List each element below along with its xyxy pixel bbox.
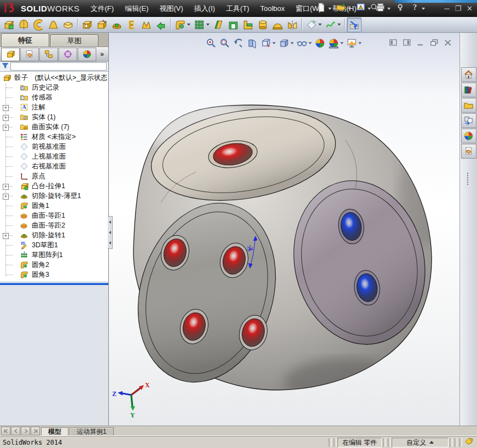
manager-overflow-chevron[interactable]: » [100,50,104,58]
tree-item[interactable]: 历史记录 [0,83,108,92]
display-style-dropdown-caret[interactable] [290,42,294,44]
tree-item[interactable]: 圆角3 [0,270,108,280]
reference-geometry-dropdown-caret[interactable] [318,24,322,26]
tree-item[interactable]: +切除-旋转1 [0,230,108,240]
rollback-bar[interactable] [0,283,108,285]
tree-expander-plus[interactable]: + [3,105,9,111]
tree-item[interactable]: 材质 <未指定> [0,132,108,142]
dimxpert-manager-tab[interactable] [59,48,77,61]
swept-cut-button[interactable] [124,18,139,32]
appearances-scenes-button[interactable] [461,129,476,143]
solidworks-resources-button[interactable] [461,67,476,82]
tree-expander-plus[interactable]: + [3,125,9,131]
swept-boss-button[interactable] [31,18,46,32]
tree-item[interactable]: 3D3D草图1 [0,240,108,250]
tree-item[interactable]: +凸台-拉伸1 [0,181,108,191]
property-manager-tab[interactable] [20,48,39,61]
status-custom-dropdown[interactable]: 自定义 [392,438,449,447]
mirror-button[interactable] [285,18,300,32]
boundary-boss-button[interactable] [61,18,75,32]
fillet-dropdown-caret[interactable] [187,24,190,26]
extruded-cut-button[interactable] [80,18,95,32]
open-document-dropdown-caret[interactable] [348,8,351,10]
revolved-boss-button[interactable] [16,18,31,32]
nav-first-button[interactable] [1,427,10,435]
extruded-boss-button[interactable] [2,18,16,32]
reference-geometry-button[interactable] [304,18,323,32]
file-explorer-button[interactable] [461,98,476,113]
dome-button[interactable] [270,18,285,32]
fillet-button[interactable] [173,18,192,32]
menu-插入(I)[interactable]: 插入(I) [189,0,220,17]
instant3d-button[interactable] [347,18,362,32]
print-dropdown-caret[interactable] [387,8,391,10]
tree-item[interactable]: 草图阵列1 [0,250,108,260]
doc-close-button[interactable] [444,38,453,48]
tag-icon[interactable] [464,437,474,447]
dice-3d-model[interactable]: Z X Y [109,33,459,426]
linear-pattern-dropdown-caret[interactable] [206,24,210,26]
feature-manager-tab[interactable] [1,48,20,61]
linear-pattern-button[interactable] [192,18,211,32]
tree-item[interactable]: 前视基准面 [0,142,108,152]
display-style-button[interactable] [278,37,294,49]
doc-restore-button[interactable] [430,38,439,48]
wrap-button[interactable] [255,18,270,32]
tree-item[interactable]: 右视基准面 [0,161,108,171]
hide-show-items-dropdown-caret[interactable] [309,42,312,44]
doc-split-right-button[interactable] [403,38,412,48]
view-orientation-dropdown-caret[interactable] [272,42,276,44]
tree-item[interactable]: +实体 (1) [0,112,108,122]
section-view-button[interactable] [246,37,258,49]
lofted-cut-button[interactable] [139,18,154,32]
view-settings-dropdown-caret[interactable] [358,42,362,44]
tree-item[interactable]: 原点 [0,171,108,181]
nav-next-button[interactable] [21,427,30,435]
view-palette-button[interactable] [461,113,476,128]
file-properties-button[interactable] [354,1,373,16]
file-properties-dropdown-caret[interactable] [368,8,371,10]
tree-item[interactable]: 曲面-等距2 [0,220,108,230]
curves-dropdown-caret[interactable] [338,24,341,26]
tree-item[interactable]: 圆角1 [0,201,108,211]
view-settings-button[interactable] [346,37,362,49]
menu-Toolbox[interactable]: Toolbox [255,0,290,17]
menu-视图(V)[interactable]: 视图(V) [154,0,188,17]
zoom-to-fit-button[interactable] [205,37,217,49]
view-orientation-button[interactable] [260,37,276,49]
options-button[interactable] [393,1,407,16]
hole-wizard-button[interactable] [95,18,109,32]
graphics-viewport[interactable]: Z X Y [109,33,459,426]
maximize-button[interactable]: ❐ [455,5,461,13]
open-document-button[interactable] [334,1,353,16]
taskpane-drag-handle[interactable] [467,173,470,185]
panel-splitter-handle[interactable] [108,216,113,249]
menu-工具(T)[interactable]: 工具(T) [220,0,255,17]
nav-previous-button[interactable] [11,427,20,435]
dice-body[interactable] [117,97,448,408]
tree-item[interactable]: 圆角2 [0,260,108,270]
lofted-boss-button[interactable] [46,18,61,32]
tree-expander-plus[interactable]: + [3,115,9,121]
menu-编辑(E)[interactable]: 编辑(E) [119,0,154,17]
design-library-button[interactable] [461,83,476,97]
tree-item[interactable]: +A注解 [0,102,108,112]
curves-button[interactable] [323,18,342,32]
new-document-button[interactable] [315,1,333,16]
tree-item[interactable]: 上视基准面 [0,152,108,161]
tree-item[interactable]: 骰子 (默认<<默认>_显示状态 1 [0,73,108,83]
menu-文件(F)[interactable]: 文件(F) [85,0,120,17]
revolved-cut-button[interactable] [109,18,124,32]
panel-tab-特征[interactable]: 特征 [1,33,49,46]
tree-expander-plus[interactable]: + [3,184,9,190]
print-button[interactable] [374,1,392,16]
new-document-dropdown-caret[interactable] [328,8,331,10]
help-button[interactable]: ? [408,1,427,16]
edit-appearance-button[interactable] [314,37,326,49]
doc-minimize-button[interactable] [416,38,426,48]
panel-tab-草图[interactable]: 草图 [50,34,98,46]
apply-scene-dropdown-caret[interactable] [340,42,344,44]
filter-input[interactable] [10,62,107,71]
apply-scene-button[interactable] [328,37,344,49]
tree-item[interactable]: +切除-旋转-薄壁1 [0,191,108,201]
